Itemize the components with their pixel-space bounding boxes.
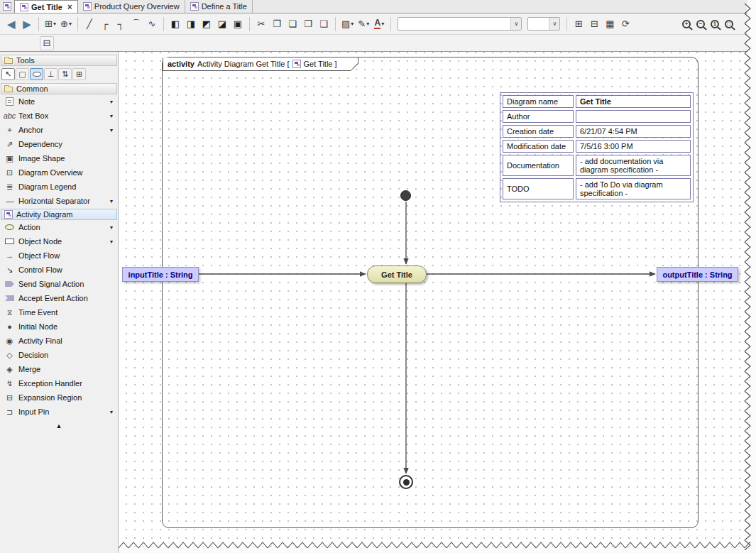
chevron-down-icon[interactable]: ∨: [510, 18, 521, 30]
output-parameter-node[interactable]: outputTitle : String: [657, 267, 738, 282]
palette-section-common[interactable]: Common: [1, 83, 117, 94]
palette-item-time-event[interactable]: ⧖ Time Event: [0, 305, 118, 319]
palette-item-action[interactable]: Action ▾: [0, 220, 118, 234]
chevron-down-icon: ▾: [381, 21, 384, 27]
tab-get-title[interactable]: Get Title ×: [14, 0, 78, 13]
palette-item-object-flow[interactable]: → Object Flow: [0, 248, 118, 263]
new-diagram-button[interactable]: ⊞: [571, 17, 586, 31]
paste-button[interactable]: ❏: [285, 17, 300, 31]
add-related-button[interactable]: ⊕▾: [59, 17, 73, 31]
info-value-cell: Get Title: [576, 95, 691, 108]
chevron-down-icon[interactable]: ▾: [110, 113, 115, 119]
tab-product-query-overview[interactable]: Product Query Overview: [78, 0, 185, 13]
align-top-button[interactable]: ◩: [199, 17, 214, 31]
palette-item-label: Action: [18, 223, 106, 231]
zoom-actual-icon[interactable]: 1: [711, 20, 719, 28]
containment-tree-button[interactable]: ⊞▾: [43, 17, 57, 31]
diagram-list-icon[interactable]: [0, 0, 14, 13]
palette-item-decision[interactable]: ◇ Decision: [0, 348, 118, 362]
palette-item-horizontal-separator[interactable]: ---- Horizontal Separator ▾: [0, 194, 118, 208]
forward-button[interactable]: ▶: [20, 17, 34, 31]
zoom-out-icon[interactable]: −: [696, 20, 705, 28]
palette-item-text-box[interactable]: abc Text Box ▾: [0, 109, 118, 123]
chevron-down-icon[interactable]: ▾: [110, 99, 115, 105]
cursor-tool-button[interactable]: ↖: [1, 68, 15, 80]
oval-tool-button[interactable]: [30, 68, 43, 80]
zoom-fit-icon[interactable]: □: [725, 20, 733, 28]
palette-item-activity-final[interactable]: ◉ Activity Final: [0, 334, 118, 348]
draw-spline-button[interactable]: ∿: [145, 17, 159, 31]
diagram-info-table[interactable]: Diagram name Get Title Author Creation d…: [500, 92, 694, 202]
palette-item-input-pin[interactable]: ⊐ Input Pin ▾: [0, 405, 118, 419]
palette-section-tools[interactable]: Tools: [1, 55, 117, 66]
palette-item-note[interactable]: Note ▾: [0, 94, 118, 109]
input-parameter-node[interactable]: inputTitle : String: [122, 267, 199, 282]
delete-button[interactable]: ❒: [301, 17, 315, 31]
align-left-button[interactable]: ◧: [168, 17, 182, 31]
copy-button[interactable]: ❐: [270, 17, 284, 31]
table-button[interactable]: ▦: [603, 17, 617, 31]
font-color-button[interactable]: A▾: [372, 17, 386, 31]
initial-node[interactable]: [400, 190, 411, 201]
palette-item-image-shape[interactable]: ▣ Image Shape: [0, 151, 118, 165]
line-color-button[interactable]: ✎▾: [356, 17, 371, 31]
palette-item-accept-event-action[interactable]: Accept Event Action: [0, 291, 118, 305]
activity-diagram-icon: [4, 210, 13, 219]
activity-final-icon: ◉: [4, 336, 15, 346]
draw-rectilinear-button[interactable]: ┌: [98, 17, 112, 31]
align-tool-button[interactable]: ⊥: [44, 68, 57, 80]
structure-tree-button[interactable]: ⊟: [40, 36, 54, 50]
palette-item-send-signal-action[interactable]: Send Signal Action: [0, 277, 118, 291]
center-button[interactable]: ▣: [231, 17, 245, 31]
palette-item-diagram-legend[interactable]: ≣ Diagram Legend: [0, 180, 118, 194]
rect-select-tool-button[interactable]: ▢: [16, 68, 29, 80]
draw-line-button[interactable]: ╱: [82, 17, 97, 31]
toolbar-combo-large[interactable]: ∨: [398, 17, 522, 31]
action-get-title[interactable]: Get Title: [367, 265, 427, 283]
grid-tool-button[interactable]: ⊞: [72, 68, 86, 80]
palette-item-control-flow[interactable]: ↘ Control Flow: [0, 263, 118, 277]
distribute-tool-button[interactable]: ⇅: [58, 68, 72, 80]
palette-item-label: Text Box: [18, 111, 106, 120]
chevron-down-icon[interactable]: ▾: [110, 198, 115, 204]
tab-define-a-title[interactable]: Define a Title: [185, 0, 253, 13]
zoom-in-icon[interactable]: +: [682, 20, 691, 28]
activity-diagram-icon: [3, 2, 11, 11]
align-bottom-button[interactable]: ◪: [215, 17, 229, 31]
palette-scroll-up-button[interactable]: ▲: [0, 419, 118, 433]
draw-oblique-button[interactable]: ┐: [114, 17, 128, 31]
delete-diagram-button[interactable]: ⊟: [587, 17, 601, 31]
torn-edge-bottom: [119, 540, 750, 551]
fill-color-button[interactable]: ▨▾: [340, 17, 355, 31]
draw-curve-button[interactable]: ⌒: [129, 17, 143, 31]
chevron-down-icon[interactable]: ▾: [110, 127, 115, 133]
palette-item-label: Diagram Overview: [18, 168, 115, 177]
clone-button[interactable]: ❑: [317, 17, 331, 31]
palette-item-object-node[interactable]: Object Node ▾: [0, 234, 118, 248]
cut-button[interactable]: ✂: [254, 17, 268, 31]
palette-item-diagram-overview[interactable]: ⊡ Diagram Overview: [0, 165, 118, 180]
chevron-down-icon[interactable]: ∨: [549, 18, 559, 30]
palette-item-initial-node[interactable]: ● Initial Node: [0, 319, 118, 334]
section-title: Common: [16, 84, 48, 93]
palette-item-dependency[interactable]: ⇗ Dependency: [0, 137, 118, 151]
info-value-cell: - add documentation via diagram specific…: [576, 155, 691, 176]
toolbar-combo-small[interactable]: ∨: [527, 17, 560, 31]
align-right-button[interactable]: ◨: [184, 17, 198, 31]
refresh-button[interactable]: ⟳: [618, 17, 632, 31]
chevron-down-icon: ▾: [69, 21, 72, 27]
palette-item-expansion-region[interactable]: ⊟ Expansion Region: [0, 390, 118, 405]
diagram-canvas[interactable]: activity Activity Diagram Get Title [ Ge…: [119, 52, 756, 553]
back-button[interactable]: ◀: [4, 17, 18, 31]
close-icon[interactable]: ×: [67, 2, 72, 12]
chevron-down-icon[interactable]: ▾: [110, 409, 115, 415]
activity-final-node[interactable]: [399, 475, 413, 489]
palette-item-merge[interactable]: ◈ Merge: [0, 362, 118, 376]
chevron-down-icon[interactable]: ▾: [110, 224, 115, 231]
secondary-toolbar: ⊟: [0, 35, 756, 52]
chevron-down-icon[interactable]: ▾: [110, 239, 115, 245]
frame-label[interactable]: activity Activity Diagram Get Title [ Ge…: [163, 58, 358, 71]
palette-item-anchor[interactable]: ⌖ Anchor ▾: [0, 123, 118, 137]
palette-item-exception-handler[interactable]: ↯ Exception Handler: [0, 376, 118, 390]
palette-section-activity-diagram[interactable]: Activity Diagram: [1, 209, 117, 220]
